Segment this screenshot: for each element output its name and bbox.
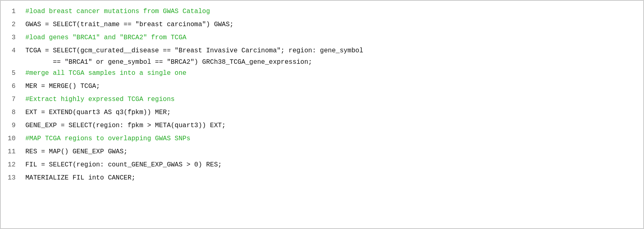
line-content-10: #MAP TCGA regions to overlapping GWAS SN… [22,133,643,144]
line-content-4: TCGA = SELECT(gcm_curated__disease == "B… [22,45,363,56]
line-number-13: 13 [1,172,22,184]
line-content-1: #load breast cancer mutations from GWAS … [22,6,643,17]
line-number-2: 2 [1,19,22,30]
line-content-2: GWAS = SELECT(trait_name == "breast carc… [22,19,643,30]
line-number-6: 6 [1,81,22,92]
line-number-9: 9 [1,120,22,131]
line-number-10: 10 [1,133,22,144]
line-content-4-cont: == "BRCA1" or gene_symbol == "BRCA2") GR… [22,56,312,68]
line-number-4: 4 [1,45,22,56]
code-line-7: 7 #Extract highly expressed TCGA regions [1,94,643,107]
code-line-8: 8 EXT = EXTEND(quart3 AS q3(fpkm)) MER; [1,107,643,120]
line-content-7: #Extract highly expressed TCGA regions [22,94,643,105]
line-content-5: #merge all TCGA samples into a single on… [22,67,643,79]
code-line-11: 11 RES = MAP() GENE_EXP GWAS; [1,146,643,159]
line-content-3: #load genes "BRCA1" and "BRCA2" from TCG… [22,32,643,43]
line-content-12: FIL = SELECT(region: count_GENE_EXP_GWAS… [22,159,643,171]
line-content-13: MATERIALIZE FIL into CANCER; [22,172,643,184]
line-number-11: 11 [1,146,22,157]
code-line-1: 1 #load breast cancer mutations from GWA… [1,6,643,19]
code-line-6: 6 MER = MERGE() TCGA; [1,81,643,94]
line-number-4-cont [1,56,22,68]
line-number-3: 3 [1,32,22,43]
code-line-12: 12 FIL = SELECT(region: count_GENE_EXP_G… [1,159,643,172]
line-content-6: MER = MERGE() TCGA; [22,81,643,92]
code-editor: 1 #load breast cancer mutations from GWA… [0,0,644,229]
code-line-9: 9 GENE_EXP = SELECT(region: fpkm > META(… [1,120,643,133]
line-number-8: 8 [1,107,22,118]
line-content-8: EXT = EXTEND(quart3 AS q3(fpkm)) MER; [22,107,643,118]
line-number-5: 5 [1,67,22,79]
code-line-5: 5 #merge all TCGA samples into a single … [1,67,643,81]
line-content-9: GENE_EXP = SELECT(region: fpkm > META(qu… [22,120,643,131]
line-content-11: RES = MAP() GENE_EXP GWAS; [22,146,643,157]
code-line-10: 10 #MAP TCGA regions to overlapping GWAS… [1,133,643,146]
code-line-2: 2 GWAS = SELECT(trait_name == "breast ca… [1,19,643,32]
code-line-3: 3 #load genes "BRCA1" and "BRCA2" from T… [1,32,643,45]
code-line-4: 4 TCGA = SELECT(gcm_curated__disease == … [1,45,643,67]
line-number-1: 1 [1,6,22,17]
line-number-12: 12 [1,159,22,171]
line-number-7: 7 [1,94,22,105]
code-line-13: 13 MATERIALIZE FIL into CANCER; [1,172,643,185]
